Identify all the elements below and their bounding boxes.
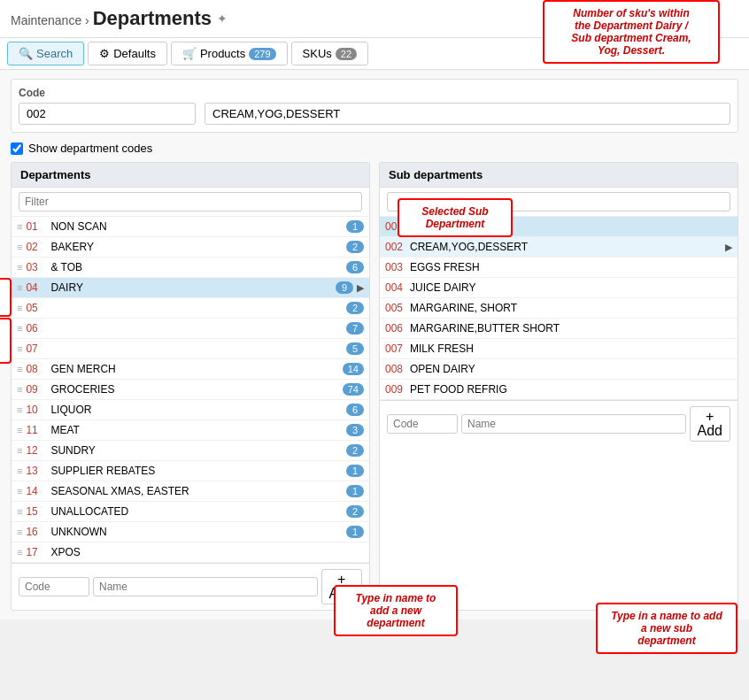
show-codes-label: Show department codes (28, 142, 152, 155)
breadcrumb: Maintenance › Departments (11, 7, 212, 30)
subdept-row-003[interactable]: 003 EGGS FRESH (380, 258, 737, 278)
subdept-row-002[interactable]: 002 CREAM,YOG,DESSERT ▶ (380, 237, 737, 258)
drag-icon: ≡ (17, 343, 22, 354)
subdept-add-button[interactable]: + Add (690, 406, 730, 442)
drag-icon: ≡ (17, 323, 22, 334)
drag-icon: ≡ (17, 425, 22, 435)
drag-icon: ≡ (17, 242, 22, 252)
dept-add-code-input[interactable] (19, 577, 89, 596)
selected-dept-annotation: Selected Department (0, 278, 12, 317)
sub-count-annotation: number of subdepartments in thisdepartme… (0, 318, 12, 364)
cart-icon: 🛒 (182, 47, 197, 60)
drag-icon: ≡ (17, 384, 22, 395)
subdept-add-name-input[interactable] (461, 414, 686, 434)
subdept-row-005[interactable]: 005 MARGARINE, SHORT (380, 298, 737, 319)
drag-icon: ≡ (17, 404, 22, 415)
dept-row-09[interactable]: ≡ 09 GROCERIES 74 (12, 380, 369, 400)
dept-row-12[interactable]: ≡ 12 SUNDRY 2 (12, 441, 369, 461)
dept-row-03[interactable]: ≡ 03 & TOB 6 (12, 258, 369, 278)
drag-icon: ≡ (17, 527, 22, 537)
tab-products[interactable]: 🛒 Products 279 (171, 42, 288, 65)
departments-panel: Departments ≡ 01 NON SCAN 1 ≡ 02 BAKERY (11, 162, 370, 611)
subdepartments-list: 001 SE,BLOCK 002 CREAM,YOG,DESSERT ▶ 003… (380, 217, 737, 400)
dept-add-row: + Add (12, 563, 369, 610)
dept-row-01[interactable]: ≡ 01 NON SCAN 1 (12, 217, 369, 237)
drag-icon: ≡ (17, 506, 22, 517)
drag-icon: ≡ (17, 547, 22, 558)
dept-row-05[interactable]: ≡ 05 2 (12, 298, 369, 319)
tab-defaults[interactable]: ⚙ Defaults (88, 42, 167, 65)
dept-row-11[interactable]: ≡ 11 MEAT 3 (12, 420, 369, 441)
new-subdept-annotation: Type in a name to adda new subdepartment (596, 603, 737, 654)
departments-panel-header: Departments (12, 163, 369, 188)
departments-filter-input[interactable] (19, 192, 362, 212)
new-dept-annotation: Type in name toadd a newdepartment (334, 585, 458, 636)
dept-row-02[interactable]: ≡ 02 BAKERY 2 (12, 237, 369, 258)
show-codes-row: Show department codes (11, 142, 738, 155)
selected-arrow: ▶ (357, 282, 364, 294)
drag-icon: ≡ (17, 465, 22, 476)
subdept-row-008[interactable]: 008 OPEN DAIRY (380, 359, 737, 380)
products-badge: 279 (249, 48, 275, 60)
tab-skus[interactable]: SKUs 22 (291, 42, 368, 65)
dept-row-15[interactable]: ≡ 15 UNALLOCATED 2 (12, 502, 369, 522)
drag-icon: ≡ (17, 364, 22, 374)
drag-icon: ≡ (17, 282, 22, 293)
dept-row-06[interactable]: ≡ 06 7 (12, 319, 369, 339)
code-section: Code Number of sku's withinthe Departmen… (11, 79, 738, 133)
drag-icon: ≡ (17, 262, 22, 273)
selected-subdept-annotation: Selected SubDepartment (398, 198, 513, 237)
departments-list: ≡ 01 NON SCAN 1 ≡ 02 BAKERY 2 ≡ 03 & (12, 217, 369, 563)
search-icon: 🔍 (19, 47, 33, 60)
dept-add-name-input[interactable] (93, 577, 318, 596)
dept-row-10[interactable]: ≡ 10 LIQUOR 6 (12, 400, 369, 420)
drag-icon: ≡ (17, 221, 22, 232)
subdept-add-row: + Add (380, 400, 737, 447)
dept-row-08[interactable]: ≡ 08 GEN MERCH 14 (12, 359, 369, 380)
sku-tooltip-annotation: Number of sku's withinthe Department Dai… (543, 0, 720, 64)
dept-row-16[interactable]: ≡ 16 UNKNOWN 1 (12, 522, 369, 542)
departments-filter-row (12, 188, 369, 217)
subdept-row-006[interactable]: 006 MARGARINE,BUTTER SHORT (380, 319, 737, 339)
subdept-row-007[interactable]: 007 MILK FRESH (380, 339, 737, 359)
two-columns: Departments ≡ 01 NON SCAN 1 ≡ 02 BAKERY (11, 162, 738, 611)
code-label: Code (19, 87, 730, 99)
dept-row-14[interactable]: ≡ 14 SEASONAL XMAS, EASTER 1 (12, 481, 369, 502)
subdept-row-004[interactable]: 004 JUICE DAIRY (380, 278, 737, 298)
dept-row-07[interactable]: ≡ 07 5 (12, 339, 369, 359)
subdepartments-panel-header: Sub departments (380, 163, 737, 188)
show-codes-checkbox[interactable] (11, 142, 23, 155)
content-area: Code Number of sku's withinthe Departmen… (0, 70, 749, 619)
gear-icon: ⚙ (99, 47, 110, 60)
tab-search[interactable]: 🔍 Search (7, 42, 84, 65)
pin-icon: ✦ (217, 12, 228, 26)
dept-row-17[interactable]: ≡ 17 XPOS 0 (12, 542, 369, 563)
subdept-add-code-input[interactable] (387, 414, 458, 434)
subdepartments-panel: Sub departments 001 SE,BLOCK 002 CREAM,Y… (379, 162, 738, 611)
page-title: Departments (93, 7, 212, 29)
code-input[interactable] (19, 103, 196, 125)
drag-icon: ≡ (17, 445, 22, 456)
subdept-arrow: ▶ (725, 242, 732, 253)
skus-input[interactable] (205, 103, 730, 125)
skus-badge: 22 (336, 48, 357, 60)
dept-row-13[interactable]: ≡ 13 SUPPLIER REBATES 1 (12, 461, 369, 481)
drag-icon: ≡ (17, 303, 22, 313)
dept-row-04[interactable]: ≡ 04 DAIRY 9 ▶ (12, 278, 369, 298)
subdept-row-009[interactable]: 009 PET FOOD REFRIG (380, 380, 737, 400)
drag-icon: ≡ (17, 486, 22, 496)
